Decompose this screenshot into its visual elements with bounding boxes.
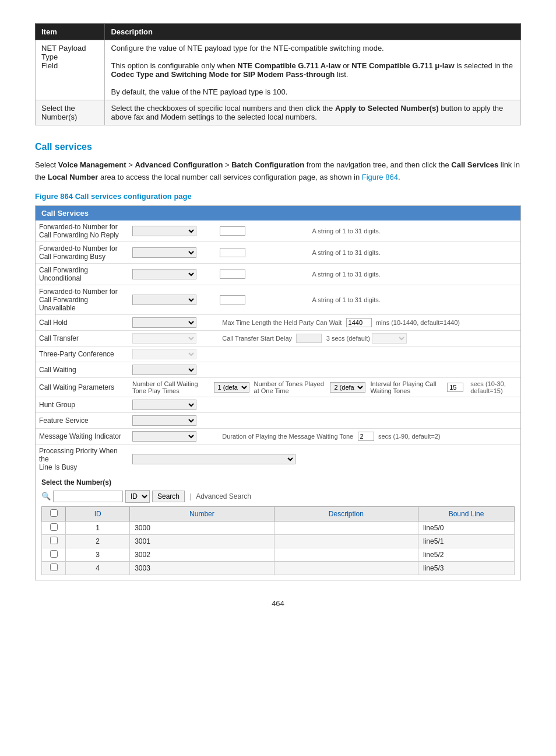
duration-hint: secs (1-90, default=2) [378, 433, 441, 440]
label-fwd-unavailable: Forwarded-to Number forCall Forwarding U… [36, 285, 129, 314]
select-fwd-busy[interactable] [132, 247, 196, 258]
select-call-waiting[interactable] [132, 365, 196, 375]
select-tone-play[interactable]: 1 (defa [214, 382, 249, 393]
label-feature-service: Feature Service [36, 412, 129, 428]
row-checkbox[interactable] [50, 564, 58, 571]
figure-link[interactable]: Figure 864 [362, 173, 398, 181]
search-button[interactable]: Search [152, 491, 185, 502]
call-hold-hint: mins (10-1440, default=1440) [376, 319, 460, 326]
section-title: Call services [35, 142, 521, 152]
input-call-hold-time[interactable] [346, 318, 372, 327]
row-checkbox-cell [42, 548, 66, 561]
row-checkbox[interactable] [50, 537, 58, 544]
input-fwd-busy[interactable] [220, 248, 245, 257]
select-all-checkbox[interactable] [50, 509, 58, 517]
row-description [274, 534, 418, 548]
item-cell: NET Payload TypeField [36, 40, 105, 100]
section-body: Select Voice Management > Advanced Confi… [35, 159, 521, 184]
row-bound-line: line5/0 [418, 521, 515, 534]
interval-label: Interval for Playing Call Waiting Tones [370, 380, 442, 394]
row-number: 3000 [130, 521, 274, 534]
call-services-panel: Call Services Forwarded-to Number forCal… [35, 205, 521, 580]
select-feature-service[interactable] [132, 415, 196, 426]
row-checkbox-cell [42, 521, 66, 534]
table-header-row: ID Number Description Bound Line [42, 506, 515, 521]
select-processing-priority[interactable] [132, 454, 295, 464]
row-checkbox[interactable] [50, 550, 58, 558]
form-row-fwd-unavailable: Forwarded-to Number forCall Forwarding U… [36, 285, 520, 314]
control-processing-priority [129, 444, 520, 474]
hint-fwd-unavailable: A string of 1 to 31 digits. [306, 285, 520, 314]
select-hunt-group[interactable] [132, 400, 196, 410]
three-party-empty [216, 346, 520, 362]
call-hold-extra: Max Time Length the Held Party Can Wait … [216, 314, 520, 330]
hint-fwd-unconditional: A string of 1 to 31 digits. [306, 263, 520, 285]
form-row-call-transfer: Call Transfer Call Transfer Start Delay … [36, 330, 520, 346]
select-call-transfer-delay[interactable] [372, 333, 407, 344]
hunt-group-empty [216, 397, 520, 412]
call-services-form: Forwarded-to Number forCall Forwarding N… [36, 220, 520, 474]
select-message-waiting[interactable] [132, 431, 196, 442]
form-row-fwd-busy: Forwarded-to Number forCall Forwarding B… [36, 242, 520, 263]
desc-cell: Select the checkboxes of specific local … [105, 100, 521, 125]
input-message-waiting-duration[interactable] [358, 432, 374, 441]
table-row: NET Payload TypeField Configure the valu… [36, 40, 521, 100]
control-call-transfer [129, 330, 216, 346]
input-fwd-no-reply[interactable] [220, 226, 245, 236]
row-bound-line: line5/3 [418, 561, 515, 575]
divider: | [187, 492, 193, 501]
col-bound-line: Bound Line [418, 506, 515, 521]
form-row-feature-service: Feature Service [36, 412, 520, 428]
table-row: 3 3002 line5/2 [42, 548, 515, 561]
control-fwd-no-reply [129, 220, 216, 242]
numbers-table: ID Number Description Bound Line 1 3000 … [41, 506, 515, 575]
control-hunt-group [129, 397, 216, 412]
table-row: 1 3000 line5/0 [42, 521, 515, 534]
row-id: 2 [66, 534, 130, 548]
search-type-select[interactable]: ID [125, 490, 150, 503]
select-fwd-unconditional[interactable] [132, 269, 196, 279]
select-call-transfer[interactable] [132, 333, 196, 344]
label-call-hold: Call Hold [36, 314, 129, 330]
input-fwd-unavailable[interactable] [220, 295, 245, 304]
search-icon: 🔍 [41, 492, 51, 501]
select-numbers-section: Select the Number(s) 🔍 ID Search | Advan… [36, 474, 520, 580]
row-description [274, 548, 418, 561]
search-input[interactable] [53, 491, 123, 502]
hint-fwd-no-reply: A string of 1 to 31 digits. [306, 220, 520, 242]
call-waiting-params-controls: Number of Call Waiting Tone Play Times 1… [129, 377, 520, 397]
label-call-transfer: Call Transfer [36, 330, 129, 346]
advanced-search-link[interactable]: Advanced Search [196, 492, 251, 501]
row-checkbox[interactable] [50, 523, 58, 531]
label-fwd-busy: Forwarded-to Number forCall Forwarding B… [36, 242, 129, 263]
form-row-call-waiting: Call Waiting [36, 362, 520, 377]
control-feature-service [129, 412, 216, 428]
row-number: 3002 [130, 548, 274, 561]
form-row-fwd-no-reply: Forwarded-to Number forCall Forwarding N… [36, 220, 520, 242]
control-message-waiting [129, 428, 216, 444]
label-hunt-group: Hunt Group [36, 397, 129, 412]
figure-title: Figure 864 Call services configuration p… [35, 192, 521, 201]
call-waiting-empty [216, 362, 520, 377]
control-three-party [129, 346, 216, 362]
select-fwd-unavailable[interactable] [132, 295, 196, 305]
col-header-description: Description [105, 24, 521, 40]
item-cell: Select the Number(s) [36, 100, 105, 125]
select-call-hold[interactable] [132, 317, 196, 328]
panel-header: Call Services [36, 206, 520, 220]
label-fwd-no-reply: Forwarded-to Number forCall Forwarding N… [36, 220, 129, 242]
input-cell-fwd-unavailable [216, 285, 306, 314]
row-id: 4 [66, 561, 130, 575]
input-cell-fwd-no-reply [216, 220, 306, 242]
form-row-message-waiting: Message Waiting Indicator Duration of Pl… [36, 428, 520, 444]
select-tones-one-time[interactable]: 2 (defa [330, 382, 365, 393]
input-call-transfer-delay[interactable] [296, 334, 322, 343]
input-fwd-unconditional[interactable] [220, 270, 245, 279]
input-interval[interactable] [447, 383, 463, 392]
select-three-party[interactable] [132, 349, 196, 359]
row-number: 3003 [130, 561, 274, 575]
select-fwd-no-reply[interactable] [132, 226, 196, 236]
col-id: ID [66, 506, 130, 521]
form-row-fwd-unconditional: Call ForwardingUnconditional A string of… [36, 263, 520, 285]
control-fwd-unconditional [129, 263, 216, 285]
